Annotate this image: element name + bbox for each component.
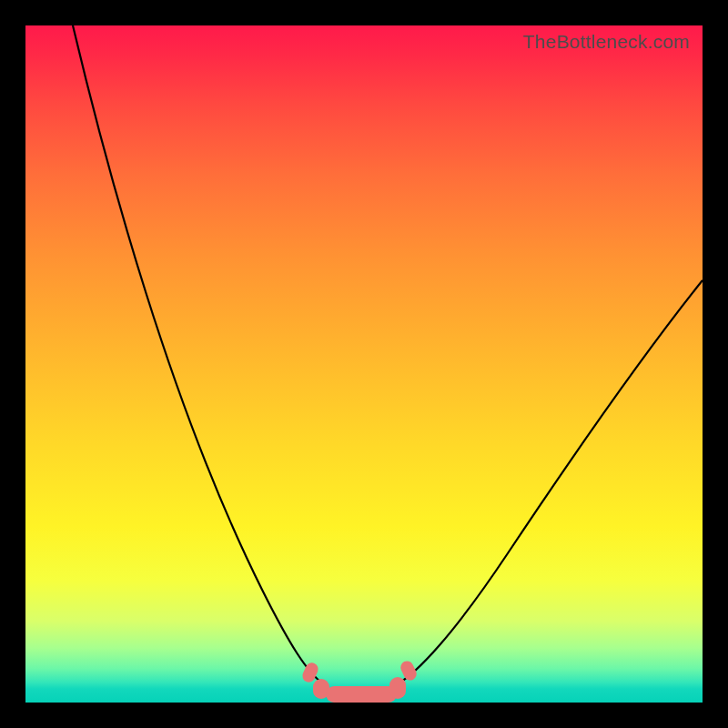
- curve-left-branch: [73, 25, 324, 684]
- curve-right-branch: [397, 280, 703, 684]
- marker-bar: [326, 686, 397, 703]
- minimum-marker-band: [300, 659, 419, 703]
- gradient-plot-area: TheBottleneck.com: [25, 25, 703, 703]
- bottleneck-chart: [25, 25, 703, 703]
- marker-dot: [389, 677, 406, 699]
